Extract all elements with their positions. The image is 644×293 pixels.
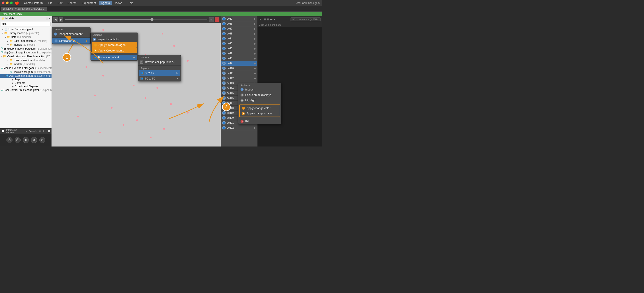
columns-icon[interactable]: ⊟	[267, 18, 269, 21]
tree-toggle[interactable]: ▶	[12, 82, 15, 84]
menu-gama[interactable]: Gama Platform	[22, 1, 45, 5]
console-btn-stop[interactable]: ⊘	[39, 137, 45, 143]
tree-toggle[interactable]: ▼	[4, 75, 6, 77]
console-btn-pause[interactable]: ⏸	[23, 137, 29, 143]
agents-dropdown-menu[interactable]: Actions ● Inspect experiment ● Simulatio…	[52, 27, 90, 44]
tree-toggle[interactable]: ▶	[7, 40, 10, 42]
tree-item-tools-panel[interactable]: G Tools Panel.gaml (1 experiment)	[0, 70, 52, 74]
minimize-editor-icon[interactable]: —	[270, 18, 272, 21]
menu-agents[interactable]: Agents	[99, 1, 112, 5]
agent-item-cell9[interactable]: 👤 cell9 ▶	[221, 61, 257, 66]
displays-tab[interactable]: Displays - /Applications/GAMA.1.8...	[1, 7, 47, 11]
tree-item-user-command-root[interactable]: ▼ 📄 User Command.gaml	[0, 27, 52, 31]
agent-item-cell7[interactable]: 👤 cell7 ▶	[221, 51, 257, 56]
browse-cell-population-item[interactable]: ⊞ Browse cell population...	[138, 59, 181, 65]
search-input[interactable]	[1, 22, 51, 26]
agent-item-cell12[interactable]: 👤 cell12 ▶	[221, 76, 257, 81]
inspect-icon: ●	[240, 88, 244, 91]
agent-item-cell8[interactable]: 👤 cell8 ▶	[221, 56, 257, 61]
tree-toggle[interactable]: ▼	[2, 28, 4, 30]
focus-all-displays-item[interactable]: ◎ Focus on all displays	[238, 92, 281, 98]
cell9-actions-submenu[interactable]: Actions ● Inspect ◎ Focus on all display…	[238, 83, 281, 124]
tree-item-user-interaction[interactable]: ▼ 📂 User Interaction (6 models)	[0, 58, 52, 62]
agent-item-cell2[interactable]: 👤 cell2 ▶	[221, 26, 257, 31]
tree-item-user-command[interactable]: ▼ G User Command.gaml (1 experiment)	[0, 74, 52, 78]
grid-icon[interactable]: ⊞	[264, 18, 266, 21]
tree-item-data[interactable]: ▼ 📂 Data (58 models)	[0, 35, 52, 39]
tree-item-data-importation[interactable]: ▶ 📂 Data Importation (23 models)	[0, 39, 52, 43]
menu-help[interactable]: Help	[126, 1, 136, 5]
apple-menu[interactable]: 🍎	[15, 1, 19, 5]
agent-item-cell0[interactable]: 👤 cell0 ▶	[221, 16, 257, 21]
tree-toggle[interactable]: ▶	[12, 78, 15, 81]
console-maximize-icon[interactable]: ⬜	[48, 130, 50, 132]
console-collapse-icon[interactable]: ⬇	[42, 130, 44, 132]
maximize-button[interactable]	[10, 2, 13, 4]
tree-item-library[interactable]: ▼ 📂 Library models (7 projects)	[0, 31, 52, 35]
canvas-btn-refresh[interactable]: ↺	[209, 17, 214, 22]
canvas-btn-1[interactable]: ◀	[53, 17, 58, 22]
inspect-simulation-item[interactable]: ● Inspect simulation	[91, 36, 138, 42]
console-btn-a2[interactable]: Ⓐ	[15, 137, 21, 143]
agent-item-cell1[interactable]: 👤 cell1 ▶	[221, 21, 257, 26]
simulation-0-item[interactable]: ● Simulation 0 ▶	[52, 38, 90, 44]
agent-item-cell22[interactable]: 👤 cell22 ▶	[221, 126, 257, 130]
apply-change-color-item[interactable]: ▶ Apply change color	[240, 105, 280, 111]
tree-item-models-23[interactable]: ▼ 📂 models (23 models)	[0, 43, 52, 47]
tree-item-contents[interactable]: ▶ Contents	[0, 81, 52, 85]
tree-toggle[interactable]: ▼	[4, 36, 7, 38]
menu-search[interactable]: Search	[66, 1, 79, 5]
sidebar-minimize-icon[interactable]: ⬜	[46, 18, 48, 20]
tree-toggle[interactable]: ▼	[7, 44, 10, 46]
tree-item-bingmap[interactable]: G BingMap Image Import.gaml (1 experimen…	[0, 47, 52, 51]
tree-item-user-control[interactable]: G User Control Architecture.gaml (1 expe…	[0, 88, 52, 92]
agent-item-cell5[interactable]: 👤 cell5 ▶	[221, 41, 257, 46]
tree-toggle[interactable]: ▼	[2, 32, 4, 34]
agent-item-cell6[interactable]: 👤 cell6 ▶	[221, 46, 257, 51]
tree-toggle[interactable]: ▼	[7, 59, 10, 62]
apply-change-shape-item[interactable]: ▶ Apply change shape	[240, 111, 280, 116]
canvas-btn-close[interactable]: ✕	[215, 17, 220, 22]
simulation-submenu[interactable]: Actions ● Inspect simulation ▶ Apply Cre…	[90, 32, 138, 60]
interactive-console-tab[interactable]: Interactive console	[6, 128, 24, 134]
highlight-item[interactable]: ◉ Highlight	[238, 98, 281, 103]
tree-toggle[interactable]: ▶	[12, 85, 15, 88]
cell-population-submenu[interactable]: Actions ⊞ Browse cell population... Agen…	[138, 55, 181, 82]
apply-create-agents-item[interactable]: ▶ Apply Create agents	[92, 48, 137, 53]
console-minimize-icon[interactable]: —	[45, 130, 47, 132]
close-button[interactable]	[2, 2, 4, 4]
filter-icon[interactable]: ▼=	[259, 18, 263, 21]
tree-toggle[interactable]: ▼	[1, 55, 3, 58]
tree-toggle[interactable]: ▼	[7, 63, 10, 66]
traffic-lights[interactable]	[2, 2, 13, 4]
tree-item-experiment-displays[interactable]: ▶ Experiment Displays	[0, 85, 52, 88]
console-tab[interactable]: Console	[29, 130, 37, 132]
minimize-button[interactable]	[6, 2, 8, 4]
population-of-cell-item[interactable]: 👥 Population of cell ▶	[91, 55, 137, 60]
tree-item-models-6[interactable]: ▼ 📂 models (6 models)	[0, 62, 52, 66]
close-editor-icon[interactable]: ✕	[273, 18, 276, 21]
inspect-experiment-item[interactable]: ● Inspect experiment	[52, 31, 90, 36]
console-btn-a1[interactable]: Ⓐ	[6, 137, 12, 143]
menu-views[interactable]: Views	[113, 1, 124, 5]
agent-item-cell4[interactable]: 👤 cell4 ▶	[221, 36, 257, 41]
apply-create-agent-item[interactable]: ▶ Apply Create an agent	[92, 42, 137, 48]
agent-item-cell11[interactable]: 👤 cell11 ▶	[221, 71, 257, 76]
agent-item-cell10[interactable]: 👤 cell10 ▶	[221, 66, 257, 71]
inspect-item[interactable]: ● Inspect	[238, 87, 281, 92]
agent-item-cell3[interactable]: 👤 cell3 ▶	[221, 31, 257, 36]
menu-edit[interactable]: Edit	[56, 1, 64, 5]
range-0-49-item[interactable]: 👥 0 to 49 ▶	[138, 70, 180, 76]
tree-item-visualization[interactable]: ▼ 📂 Visualization and User Interaction (…	[0, 54, 52, 58]
tree-item-tags[interactable]: ▶ Tags	[0, 78, 52, 81]
range-50-50-item[interactable]: 👥 50 to 50 ▶	[138, 76, 181, 81]
kill-item[interactable]: ✕ Kill	[238, 118, 281, 124]
console-btn-refresh[interactable]: ↺	[31, 137, 37, 143]
sidebar-close-icon[interactable]: ✕	[48, 18, 50, 20]
menu-file[interactable]: File	[46, 1, 54, 5]
menu-experiment[interactable]: Experiment	[80, 1, 98, 5]
tree-item-mouse-exit[interactable]: G Mouse Exit and Enter.gaml (1 experimen…	[0, 66, 52, 70]
tree-item-mapquest[interactable]: G MapQuest Image Import.gaml (1 experime…	[0, 51, 52, 54]
gaml-search-input[interactable]	[290, 18, 321, 21]
canvas-btn-2[interactable]: ▶	[58, 17, 63, 22]
